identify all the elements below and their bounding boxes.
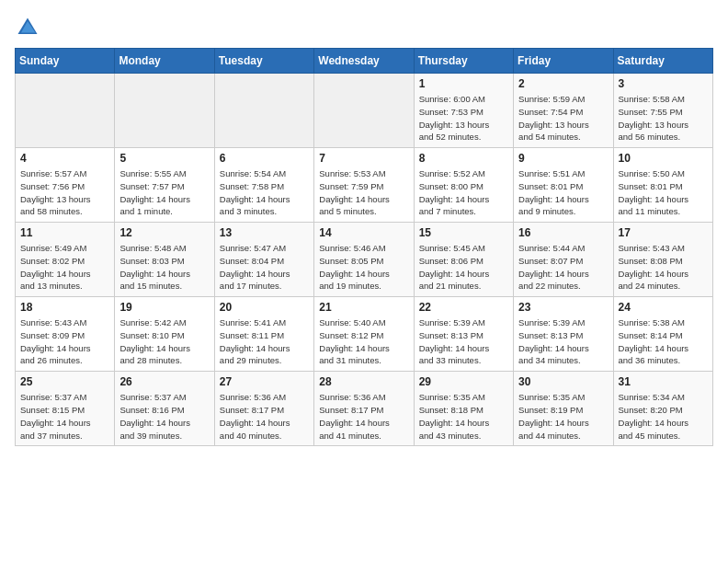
day-number: 6 (220, 152, 309, 165)
calendar-cell: 18Sunrise: 5:43 AMSunset: 8:09 PMDayligh… (16, 297, 115, 372)
day-info: Sunrise: 5:42 AMSunset: 8:10 PMDaylight:… (119, 316, 209, 367)
day-info: Sunrise: 5:35 AMSunset: 8:19 PMDaylight:… (518, 391, 608, 442)
calendar-cell: 20Sunrise: 5:41 AMSunset: 8:11 PMDayligh… (214, 297, 313, 372)
calendar-cell: 31Sunrise: 5:34 AMSunset: 8:20 PMDayligh… (613, 372, 712, 446)
weekday-header-thursday: Thursday (414, 49, 513, 74)
weekday-header-friday: Friday (514, 49, 613, 74)
weekday-header-wednesday: Wednesday (314, 49, 414, 74)
calendar-header: SundayMondayTuesdayWednesdayThursdayFrid… (16, 49, 713, 74)
calendar-cell (115, 74, 214, 148)
calendar-cell: 16Sunrise: 5:44 AMSunset: 8:07 PMDayligh… (514, 223, 613, 297)
calendar-cell: 12Sunrise: 5:48 AMSunset: 8:03 PMDayligh… (115, 223, 214, 297)
day-number: 7 (319, 152, 408, 165)
day-info: Sunrise: 5:35 AMSunset: 8:18 PMDaylight:… (419, 391, 508, 442)
day-info: Sunrise: 5:36 AMSunset: 8:17 PMDaylight:… (319, 391, 408, 442)
day-number: 17 (619, 226, 708, 239)
calendar-cell: 14Sunrise: 5:46 AMSunset: 8:05 PMDayligh… (314, 223, 414, 297)
day-info: Sunrise: 5:38 AMSunset: 8:14 PMDaylight:… (619, 316, 708, 367)
calendar-cell: 30Sunrise: 5:35 AMSunset: 8:19 PMDayligh… (514, 372, 613, 446)
calendar-cell: 7Sunrise: 5:53 AMSunset: 7:59 PMDaylight… (314, 148, 414, 223)
calendar-cell: 5Sunrise: 5:55 AMSunset: 7:57 PMDaylight… (115, 148, 214, 223)
day-number: 23 (518, 301, 608, 314)
calendar-cell: 29Sunrise: 5:35 AMSunset: 8:18 PMDayligh… (414, 372, 513, 446)
day-number: 5 (119, 152, 209, 165)
day-info: Sunrise: 5:40 AMSunset: 8:12 PMDaylight:… (319, 316, 408, 367)
calendar-cell (16, 74, 115, 148)
weekday-row: SundayMondayTuesdayWednesdayThursdayFrid… (16, 49, 713, 74)
day-number: 31 (619, 375, 708, 388)
weekday-header-sunday: Sunday (16, 49, 115, 74)
day-info: Sunrise: 5:39 AMSunset: 8:13 PMDaylight:… (518, 316, 608, 367)
day-info: Sunrise: 5:44 AMSunset: 8:07 PMDaylight:… (518, 242, 608, 293)
day-info: Sunrise: 5:49 AMSunset: 8:02 PMDaylight:… (20, 242, 109, 293)
day-info: Sunrise: 5:59 AMSunset: 7:54 PMDaylight:… (518, 93, 608, 144)
day-number: 19 (119, 301, 209, 314)
calendar-cell: 2Sunrise: 5:59 AMSunset: 7:54 PMDaylight… (514, 74, 613, 148)
day-number: 9 (518, 152, 608, 165)
day-number: 8 (419, 152, 508, 165)
day-number: 24 (619, 301, 708, 314)
day-number: 1 (419, 77, 508, 90)
calendar-table: SundayMondayTuesdayWednesdayThursdayFrid… (15, 48, 713, 446)
day-info: Sunrise: 6:00 AMSunset: 7:53 PMDaylight:… (419, 93, 508, 144)
logo (15, 15, 44, 40)
day-info: Sunrise: 5:54 AMSunset: 7:58 PMDaylight:… (220, 167, 309, 218)
calendar-week-4: 18Sunrise: 5:43 AMSunset: 8:09 PMDayligh… (16, 297, 713, 372)
day-number: 18 (20, 301, 109, 314)
calendar-cell: 3Sunrise: 5:58 AMSunset: 7:55 PMDaylight… (613, 74, 712, 148)
calendar-body: 1Sunrise: 6:00 AMSunset: 7:53 PMDaylight… (16, 74, 713, 446)
day-number: 30 (518, 375, 608, 388)
day-info: Sunrise: 5:48 AMSunset: 8:03 PMDaylight:… (119, 242, 209, 293)
day-info: Sunrise: 5:46 AMSunset: 8:05 PMDaylight:… (319, 242, 408, 293)
day-number: 26 (119, 375, 209, 388)
day-info: Sunrise: 5:43 AMSunset: 8:08 PMDaylight:… (619, 242, 708, 293)
day-number: 13 (220, 226, 309, 239)
day-info: Sunrise: 5:39 AMSunset: 8:13 PMDaylight:… (419, 316, 508, 367)
calendar-cell: 15Sunrise: 5:45 AMSunset: 8:06 PMDayligh… (414, 223, 513, 297)
calendar-week-3: 11Sunrise: 5:49 AMSunset: 8:02 PMDayligh… (16, 223, 713, 297)
calendar-cell (314, 74, 414, 148)
day-number: 4 (20, 152, 109, 165)
day-number: 20 (220, 301, 309, 314)
calendar-cell: 23Sunrise: 5:39 AMSunset: 8:13 PMDayligh… (514, 297, 613, 372)
day-number: 28 (319, 375, 408, 388)
calendar-cell: 6Sunrise: 5:54 AMSunset: 7:58 PMDaylight… (214, 148, 313, 223)
day-info: Sunrise: 5:51 AMSunset: 8:01 PMDaylight:… (518, 167, 608, 218)
calendar-cell: 8Sunrise: 5:52 AMSunset: 8:00 PMDaylight… (414, 148, 513, 223)
calendar-cell: 9Sunrise: 5:51 AMSunset: 8:01 PMDaylight… (514, 148, 613, 223)
day-number: 27 (220, 375, 309, 388)
calendar-cell: 10Sunrise: 5:50 AMSunset: 8:01 PMDayligh… (613, 148, 712, 223)
calendar-week-1: 1Sunrise: 6:00 AMSunset: 7:53 PMDaylight… (16, 74, 713, 148)
calendar-cell: 28Sunrise: 5:36 AMSunset: 8:17 PMDayligh… (314, 372, 414, 446)
day-info: Sunrise: 5:36 AMSunset: 8:17 PMDaylight:… (220, 391, 309, 442)
calendar-cell: 22Sunrise: 5:39 AMSunset: 8:13 PMDayligh… (414, 297, 513, 372)
day-number: 16 (518, 226, 608, 239)
day-info: Sunrise: 5:41 AMSunset: 8:11 PMDaylight:… (220, 316, 309, 367)
day-info: Sunrise: 5:58 AMSunset: 7:55 PMDaylight:… (619, 93, 708, 144)
logo-icon (15, 15, 40, 40)
calendar-cell: 19Sunrise: 5:42 AMSunset: 8:10 PMDayligh… (115, 297, 214, 372)
day-info: Sunrise: 5:57 AMSunset: 7:56 PMDaylight:… (20, 167, 109, 218)
day-number: 2 (518, 77, 608, 90)
day-info: Sunrise: 5:37 AMSunset: 8:16 PMDaylight:… (119, 391, 209, 442)
day-number: 14 (319, 226, 408, 239)
calendar-cell: 21Sunrise: 5:40 AMSunset: 8:12 PMDayligh… (314, 297, 414, 372)
calendar-week-2: 4Sunrise: 5:57 AMSunset: 7:56 PMDaylight… (16, 148, 713, 223)
day-number: 10 (619, 152, 708, 165)
day-number: 22 (419, 301, 508, 314)
day-info: Sunrise: 5:55 AMSunset: 7:57 PMDaylight:… (119, 167, 209, 218)
weekday-header-tuesday: Tuesday (214, 49, 313, 74)
calendar-cell: 11Sunrise: 5:49 AMSunset: 8:02 PMDayligh… (16, 223, 115, 297)
day-info: Sunrise: 5:47 AMSunset: 8:04 PMDaylight:… (220, 242, 309, 293)
calendar-cell: 25Sunrise: 5:37 AMSunset: 8:15 PMDayligh… (16, 372, 115, 446)
day-info: Sunrise: 5:52 AMSunset: 8:00 PMDaylight:… (419, 167, 508, 218)
day-info: Sunrise: 5:53 AMSunset: 7:59 PMDaylight:… (319, 167, 408, 218)
calendar-cell: 13Sunrise: 5:47 AMSunset: 8:04 PMDayligh… (214, 223, 313, 297)
calendar-cell: 24Sunrise: 5:38 AMSunset: 8:14 PMDayligh… (613, 297, 712, 372)
day-number: 29 (419, 375, 508, 388)
day-info: Sunrise: 5:34 AMSunset: 8:20 PMDaylight:… (619, 391, 708, 442)
day-number: 12 (119, 226, 209, 239)
calendar-cell: 1Sunrise: 6:00 AMSunset: 7:53 PMDaylight… (414, 74, 513, 148)
day-info: Sunrise: 5:43 AMSunset: 8:09 PMDaylight:… (20, 316, 109, 367)
calendar-cell (214, 74, 313, 148)
